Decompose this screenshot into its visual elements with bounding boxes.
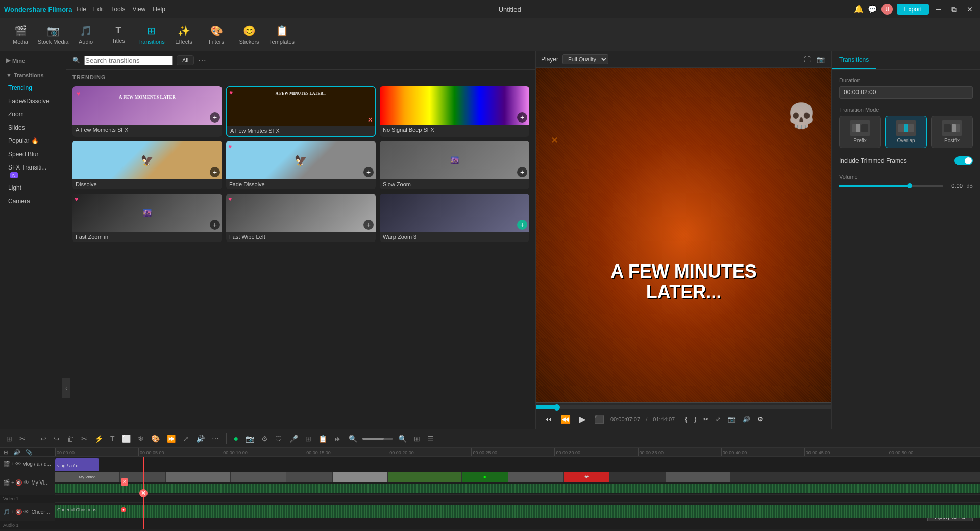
freeze-button[interactable]: ❄ — [136, 433, 146, 444]
add-btn-7[interactable]: + — [363, 220, 374, 230]
vlog-add-icon[interactable]: + — [11, 461, 14, 467]
transition-card-2[interactable]: + No Signal Beep SFX — [380, 86, 529, 137]
message-icon[interactable]: 💬 — [868, 5, 877, 14]
audio-sync-button[interactable]: 🔊 — [12, 449, 22, 456]
cut-button[interactable]: ✂ — [79, 433, 89, 444]
sidebar-item-slides[interactable]: Slides — [0, 121, 66, 134]
tool-templates[interactable]: 📋 Templates — [265, 20, 298, 49]
tool-transitions[interactable]: ⊞ Transitions — [135, 20, 167, 49]
player-video[interactable]: 💀 ✕ A FEW MINUTESLATER... — [536, 68, 831, 402]
close-button[interactable]: ✕ — [964, 4, 976, 14]
audio-mute-icon[interactable]: 🔇 — [15, 509, 22, 515]
menu-tools[interactable]: Tools — [111, 6, 125, 13]
camera-tl-button[interactable]: 📷 — [243, 433, 256, 444]
speed-button[interactable]: ⏩ — [165, 433, 178, 444]
ripple-cut-button[interactable]: ⚡ — [92, 433, 105, 444]
export-button[interactable]: Export — [897, 4, 929, 15]
mode-postfix[interactable]: Postfix — [931, 116, 973, 148]
sidebar-transitions-header[interactable]: ▼ Transitions — [0, 70, 66, 80]
transition-card-5[interactable]: 🌆 + Slow Zoom — [380, 141, 529, 189]
add-btn-8[interactable]: + — [517, 220, 527, 230]
transition-card-0[interactable]: ♥ A FEW MOMENTS LATER + A Few Moments SF… — [72, 86, 222, 137]
sidebar-item-speed-blur[interactable]: Speed Blur — [0, 148, 66, 161]
split-audio-button[interactable]: 🔊 — [194, 433, 207, 444]
tool-audio[interactable]: 🎵 Audio — [69, 20, 102, 49]
add-btn-2[interactable]: + — [517, 112, 527, 123]
tool-filters[interactable]: 🎨 Filters — [200, 20, 233, 49]
menu-view[interactable]: View — [132, 6, 145, 13]
zoom-slider[interactable] — [362, 438, 393, 440]
frame-back-button[interactable]: ⏪ — [558, 414, 573, 425]
skip-back-button[interactable]: ⏮ — [542, 414, 554, 425]
copy-button[interactable]: 📋 — [316, 433, 329, 444]
add-btn-5[interactable]: + — [517, 167, 527, 177]
add-btn-0[interactable]: + — [210, 112, 220, 123]
trim-button[interactable]: ✂ — [701, 415, 710, 424]
tool-effects[interactable]: ✨ Effects — [167, 20, 200, 49]
screenshot-icon[interactable]: 📷 — [815, 55, 826, 64]
menu-file[interactable]: File — [76, 6, 86, 13]
transition-card-3[interactable]: 🦅 + Dissolve — [72, 141, 222, 189]
transition-card-7[interactable]: ♥ + Fast Wipe Left — [226, 194, 376, 242]
undo-button[interactable]: ↩ — [38, 433, 48, 444]
shield-button[interactable]: 🛡 — [273, 433, 284, 444]
fullscreen-player-button[interactable]: ⤢ — [714, 415, 723, 424]
audio-player-button[interactable]: 🔊 — [741, 415, 752, 424]
video-eye-icon[interactable]: 👁 — [23, 479, 29, 486]
fullscreen-icon[interactable]: ⛶ — [802, 55, 812, 64]
add-btn-6[interactable]: + — [210, 220, 220, 230]
sidebar-item-camera[interactable]: Camera — [0, 195, 66, 208]
stop-button[interactable]: ⬛ — [592, 414, 606, 425]
user-avatar[interactable]: U — [881, 4, 893, 15]
vlog-track-body[interactable]: vlog / a / d... — [55, 457, 980, 471]
volume-slider[interactable] — [839, 185, 943, 187]
vlog-clip[interactable]: vlog / a / d... — [55, 458, 99, 471]
video-track-body[interactable]: My Video ■ ❤ — [55, 471, 980, 495]
sidebar-item-popular[interactable]: Popular 🔥 — [0, 134, 66, 148]
tool-media[interactable]: 🎬 Media — [4, 20, 37, 49]
zoom-out-btn[interactable]: 🔍 — [347, 433, 359, 444]
volume-handle[interactable] — [907, 183, 912, 188]
scene-detect-button[interactable]: ⊞ — [4, 433, 14, 444]
duration-input[interactable] — [839, 86, 973, 99]
audio-track-body[interactable]: Cheerful Christmas ● — [55, 503, 980, 521]
list-button[interactable]: ☰ — [425, 433, 436, 444]
delete-button[interactable]: 🗑 — [65, 433, 76, 444]
audio-add-icon[interactable]: + — [11, 509, 14, 515]
video-mute-icon[interactable]: 🔇 — [15, 479, 22, 486]
add-btn-3[interactable]: + — [210, 167, 220, 177]
forward-button[interactable]: ⏭ — [332, 433, 344, 444]
transition-card-4[interactable]: 🦅 ♥ + Fade Dissolve — [226, 141, 376, 189]
settings-player-button[interactable]: ⚙ — [755, 415, 765, 424]
player-handle[interactable] — [554, 404, 560, 411]
sidebar-item-trending[interactable]: Trending — [0, 81, 66, 94]
sidebar-item-light[interactable]: Light — [0, 181, 66, 195]
zoom-in-btn[interactable]: 🔍 — [396, 433, 409, 444]
smart-cutout-button[interactable]: ✂ — [17, 433, 28, 444]
pip-button[interactable]: ⊞ — [303, 433, 313, 444]
sidebar-item-sfx[interactable]: SFX Transiti... N — [0, 161, 66, 181]
sidebar-collapse-btn[interactable]: ‹ — [62, 378, 70, 398]
restore-button[interactable]: ⧉ — [948, 4, 960, 15]
menu-edit[interactable]: Edit — [93, 6, 104, 13]
trimmed-frames-toggle[interactable] — [954, 156, 973, 165]
sidebar-item-zoom[interactable]: Zoom — [0, 108, 66, 121]
add-btn-4[interactable]: + — [363, 167, 374, 177]
tool-stickers[interactable]: 😊 Stickers — [233, 20, 265, 49]
grid-button[interactable]: ⊞ — [412, 433, 422, 444]
mode-overlap[interactable]: Overlap — [885, 116, 927, 148]
menu-help[interactable]: Help — [153, 6, 165, 13]
mode-prefix[interactable]: Prefix — [839, 116, 881, 148]
transform-button[interactable]: ⤢ — [181, 433, 191, 444]
sidebar-mine-header[interactable]: ▶ Mine — [0, 55, 66, 66]
vlog-eye-icon[interactable]: 👁 — [15, 461, 21, 467]
filter-all-button[interactable]: All — [177, 55, 194, 65]
mic-button[interactable]: 🎤 — [287, 433, 300, 444]
transition-card-8[interactable]: + Warp Zoom 3 — [380, 194, 529, 242]
video-add-icon[interactable]: + — [11, 479, 14, 486]
audio-eye-icon[interactable]: 👁 — [23, 509, 29, 515]
tab-transitions[interactable]: Transitions — [832, 51, 876, 69]
magnet-button[interactable]: 📎 — [24, 449, 34, 456]
more-options-button[interactable]: ⋯ — [198, 56, 206, 65]
transition-card-1[interactable]: A FEW MINUTES LATER... ♥ ✕ + A Few Minut… — [226, 86, 376, 137]
